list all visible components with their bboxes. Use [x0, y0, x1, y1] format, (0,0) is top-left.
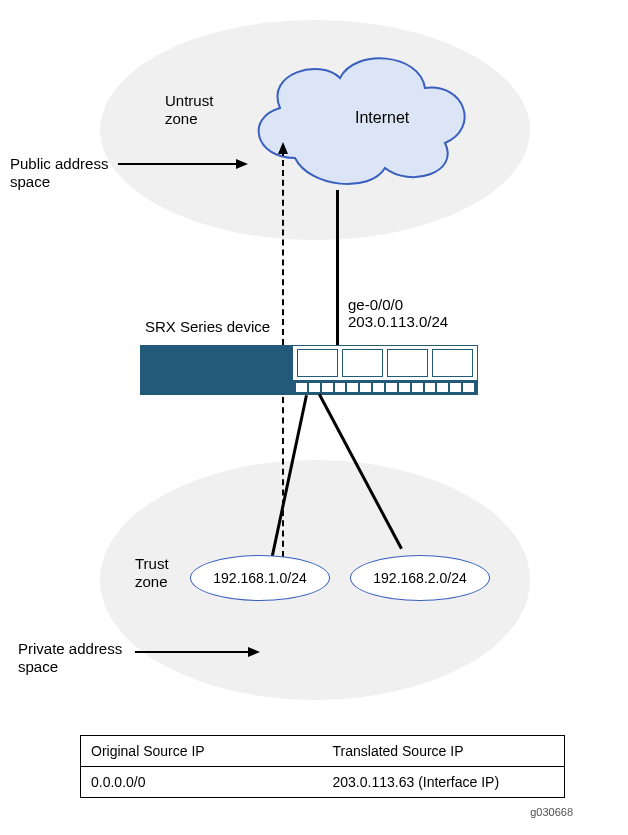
interface-name-label: ge-0/0/0	[348, 296, 403, 314]
nat-flow-arrow-head-icon	[278, 142, 288, 154]
device-led	[322, 383, 333, 392]
internet-label: Internet	[355, 108, 409, 127]
device-led	[347, 383, 358, 392]
device-led	[373, 383, 384, 392]
device-label: SRX Series device	[145, 318, 270, 336]
device-ports-bottom	[293, 380, 477, 394]
device-chassis-right	[292, 345, 478, 395]
device-led	[450, 383, 461, 392]
diagram-canvas: Internet Untrust zone Public address spa…	[0, 0, 628, 835]
device-chassis-left	[140, 345, 292, 395]
device-led	[335, 383, 346, 392]
private-address-label: Private address space	[18, 640, 122, 676]
public-address-arrow-head-icon	[236, 159, 248, 169]
subnet-1-ellipse: 192.168.1.0/24	[190, 555, 330, 601]
device-led	[412, 383, 423, 392]
nat-translation-table: Original Source IP Translated Source IP …	[80, 735, 565, 798]
device-port	[432, 349, 473, 377]
device-led	[463, 383, 474, 392]
device-led	[309, 383, 320, 392]
srx-device-icon	[140, 345, 478, 395]
link-cloud-device	[336, 190, 339, 345]
subnet-2-ellipse: 192.168.2.0/24	[350, 555, 490, 601]
table-header-original: Original Source IP	[81, 736, 323, 766]
public-address-label: Public address space	[10, 155, 108, 191]
private-address-arrow-head-icon	[248, 647, 260, 657]
device-port	[387, 349, 428, 377]
table-cell-original: 0.0.0.0/0	[81, 767, 323, 797]
device-led	[399, 383, 410, 392]
interface-ip-label: 203.0.113.0/24	[348, 313, 448, 331]
table-row: 0.0.0.0/0 203.0.113.63 (Interface IP)	[81, 767, 564, 797]
trust-zone-label: Trust zone	[135, 555, 169, 591]
device-ports-top	[293, 346, 477, 380]
untrust-zone-label: Untrust zone	[165, 92, 213, 128]
device-led	[425, 383, 436, 392]
private-address-arrow-line	[135, 651, 250, 653]
table-cell-translated: 203.0.113.63 (Interface IP)	[323, 767, 565, 797]
device-port	[342, 349, 383, 377]
figure-id-label: g030668	[530, 806, 573, 818]
subnet-1-label: 192.168.1.0/24	[213, 570, 306, 586]
table-header-translated: Translated Source IP	[323, 736, 565, 766]
device-led	[296, 383, 307, 392]
subnet-2-label: 192.168.2.0/24	[373, 570, 466, 586]
public-address-arrow-line	[118, 163, 238, 165]
nat-flow-dashed-lower	[282, 397, 284, 557]
device-led	[437, 383, 448, 392]
device-led	[360, 383, 371, 392]
device-port	[297, 349, 338, 377]
nat-flow-dashed-upper	[282, 150, 284, 345]
device-led	[386, 383, 397, 392]
table-header-row: Original Source IP Translated Source IP	[81, 736, 564, 767]
